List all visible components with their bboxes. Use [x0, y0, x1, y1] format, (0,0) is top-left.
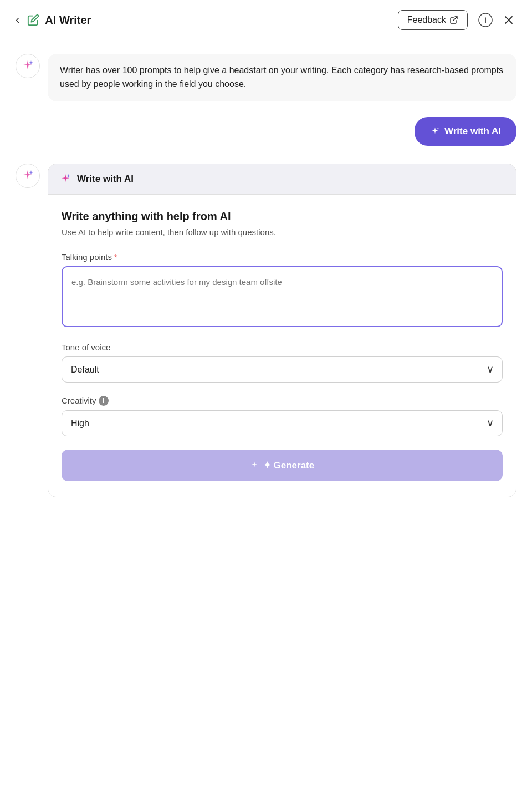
- generate-sparkle-icon: [250, 461, 259, 470]
- write-ai-btn-label: Write with AI: [444, 126, 501, 137]
- svg-line-0: [453, 17, 457, 21]
- ai-response-row: Write with AI Write anything with help f…: [16, 164, 516, 497]
- info-icon[interactable]: i: [478, 12, 493, 28]
- ai-panel: Write with AI Write anything with help f…: [48, 164, 516, 497]
- ai-panel-header-label: Write with AI: [77, 174, 134, 185]
- pencil-icon: [27, 14, 39, 26]
- intro-text: Writer has over 100 prompts to help give…: [60, 65, 503, 89]
- generate-button[interactable]: ✦ Generate: [62, 450, 503, 481]
- write-ai-row: Write with AI: [16, 117, 516, 146]
- intro-message-row: Writer has over 100 prompts to help give…: [16, 54, 516, 101]
- talking-points-textarea[interactable]: [62, 266, 503, 327]
- intro-bubble: Writer has over 100 prompts to help give…: [48, 54, 516, 101]
- talking-points-group: Talking points *: [62, 252, 503, 329]
- form-subtext: Use AI to help write content, then follo…: [62, 227, 503, 237]
- creativity-group: Creativity i Low Medium High ∨: [62, 396, 503, 436]
- close-icon[interactable]: [501, 12, 516, 28]
- back-button[interactable]: ‹: [16, 13, 19, 27]
- tone-select-wrapper: Default Formal Casual Friendly Professio…: [62, 356, 503, 383]
- page-title: AI Writer: [45, 14, 392, 27]
- external-link-icon: [449, 16, 458, 24]
- svg-text:i: i: [484, 16, 487, 24]
- ai-panel-body: Write anything with help from AI Use AI …: [48, 195, 516, 497]
- tone-label: Tone of voice: [62, 343, 503, 352]
- tone-of-voice-group: Tone of voice Default Formal Casual Frie…: [62, 343, 503, 383]
- ai-response-avatar: [16, 164, 40, 188]
- sparkle-avatar-icon: [21, 59, 34, 73]
- talking-points-label: Talking points *: [62, 252, 503, 262]
- required-marker: *: [114, 252, 117, 262]
- app-header: ‹ AI Writer Feedback i: [0, 0, 532, 40]
- feedback-label: Feedback: [407, 15, 446, 25]
- sparkle-response-avatar-icon: [21, 169, 34, 182]
- main-content: Writer has over 100 prompts to help give…: [0, 40, 532, 511]
- write-with-ai-button[interactable]: Write with AI: [415, 117, 516, 146]
- sparkle-panel-icon: [59, 173, 71, 185]
- feedback-button[interactable]: Feedback: [398, 10, 468, 30]
- creativity-select[interactable]: Low Medium High: [62, 410, 503, 436]
- creativity-select-wrapper: Low Medium High ∨: [62, 410, 503, 436]
- ai-panel-header: Write with AI: [48, 164, 516, 195]
- ai-avatar: [16, 54, 40, 78]
- sparkle-btn-icon: [430, 126, 440, 136]
- tone-select[interactable]: Default Formal Casual Friendly Professio…: [62, 356, 503, 383]
- creativity-info-icon[interactable]: i: [99, 396, 109, 406]
- form-heading: Write anything with help from AI: [62, 210, 503, 223]
- generate-label: ✦ Generate: [263, 460, 314, 471]
- creativity-label: Creativity i: [62, 396, 503, 406]
